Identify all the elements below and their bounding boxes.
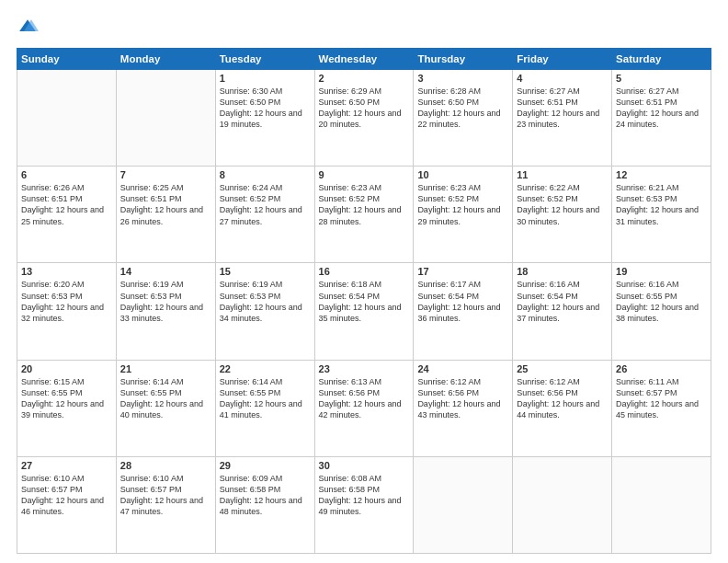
day-info: Sunrise: 6:15 AM Sunset: 6:55 PM Dayligh…: [21, 376, 112, 421]
calendar-cell: 20Sunrise: 6:15 AM Sunset: 6:55 PM Dayli…: [17, 360, 117, 456]
day-info: Sunrise: 6:11 AM Sunset: 6:57 PM Dayligh…: [616, 376, 707, 421]
day-number: 10: [417, 169, 508, 180]
day-number: 5: [616, 73, 707, 84]
day-number: 26: [616, 363, 707, 374]
calendar-cell: 24Sunrise: 6:12 AM Sunset: 6:56 PM Dayli…: [414, 360, 513, 456]
calendar-cell: 22Sunrise: 6:14 AM Sunset: 6:55 PM Dayli…: [215, 360, 314, 456]
day-number: 28: [120, 460, 211, 471]
calendar-cell: 27Sunrise: 6:10 AM Sunset: 6:57 PM Dayli…: [17, 456, 117, 553]
calendar-cell: 10Sunrise: 6:23 AM Sunset: 6:52 PM Dayli…: [414, 167, 513, 263]
calendar-cell: 26Sunrise: 6:11 AM Sunset: 6:57 PM Dayli…: [612, 360, 711, 456]
day-number: 14: [120, 266, 211, 277]
page: SundayMondayTuesdayWednesdayThursdayFrid…: [0, 0, 728, 563]
day-info: Sunrise: 6:10 AM Sunset: 6:57 PM Dayligh…: [120, 473, 211, 518]
day-info: Sunrise: 6:16 AM Sunset: 6:55 PM Dayligh…: [616, 279, 707, 324]
calendar-cell: 1Sunrise: 6:30 AM Sunset: 6:50 PM Daylig…: [215, 70, 314, 167]
logo: [17, 17, 42, 39]
day-info: Sunrise: 6:19 AM Sunset: 6:53 PM Dayligh…: [220, 279, 311, 324]
calendar-cell: [116, 70, 215, 167]
day-info: Sunrise: 6:22 AM Sunset: 6:52 PM Dayligh…: [517, 182, 608, 227]
calendar-cell: [612, 456, 711, 553]
calendar-week-3: 13Sunrise: 6:20 AM Sunset: 6:53 PM Dayli…: [17, 263, 711, 360]
calendar-cell: 28Sunrise: 6:10 AM Sunset: 6:57 PM Dayli…: [116, 456, 215, 553]
day-info: Sunrise: 6:25 AM Sunset: 6:51 PM Dayligh…: [120, 182, 211, 227]
day-info: Sunrise: 6:27 AM Sunset: 6:51 PM Dayligh…: [517, 86, 608, 131]
calendar-cell: 29Sunrise: 6:09 AM Sunset: 6:58 PM Dayli…: [215, 456, 314, 553]
day-number: 1: [220, 73, 311, 84]
day-info: Sunrise: 6:14 AM Sunset: 6:55 PM Dayligh…: [120, 376, 211, 421]
day-info: Sunrise: 6:17 AM Sunset: 6:54 PM Dayligh…: [417, 279, 508, 324]
calendar-cell: 16Sunrise: 6:18 AM Sunset: 6:54 PM Dayli…: [314, 263, 414, 360]
day-header-sunday: Sunday: [17, 49, 117, 70]
day-info: Sunrise: 6:09 AM Sunset: 6:58 PM Dayligh…: [220, 473, 311, 518]
day-number: 2: [319, 73, 410, 84]
calendar-cell: 23Sunrise: 6:13 AM Sunset: 6:56 PM Dayli…: [314, 360, 414, 456]
day-info: Sunrise: 6:19 AM Sunset: 6:53 PM Dayligh…: [120, 279, 211, 324]
day-number: 24: [417, 363, 508, 374]
day-info: Sunrise: 6:08 AM Sunset: 6:58 PM Dayligh…: [319, 473, 410, 518]
calendar-cell: 13Sunrise: 6:20 AM Sunset: 6:53 PM Dayli…: [17, 263, 117, 360]
day-number: 3: [417, 73, 508, 84]
day-number: 13: [21, 266, 112, 277]
day-number: 19: [616, 266, 707, 277]
day-number: 21: [120, 363, 211, 374]
calendar-cell: 12Sunrise: 6:21 AM Sunset: 6:53 PM Dayli…: [612, 167, 711, 263]
calendar-cell: 17Sunrise: 6:17 AM Sunset: 6:54 PM Dayli…: [414, 263, 513, 360]
day-number: 17: [417, 266, 508, 277]
day-header-friday: Friday: [513, 49, 612, 70]
calendar-week-1: 1Sunrise: 6:30 AM Sunset: 6:50 PM Daylig…: [17, 70, 711, 167]
day-number: 12: [616, 169, 707, 180]
calendar-cell: 21Sunrise: 6:14 AM Sunset: 6:55 PM Dayli…: [116, 360, 215, 456]
calendar-cell: 7Sunrise: 6:25 AM Sunset: 6:51 PM Daylig…: [116, 167, 215, 263]
day-header-tuesday: Tuesday: [215, 49, 314, 70]
day-number: 18: [517, 266, 608, 277]
calendar: SundayMondayTuesdayWednesdayThursdayFrid…: [17, 48, 711, 554]
day-info: Sunrise: 6:20 AM Sunset: 6:53 PM Dayligh…: [21, 279, 112, 324]
day-info: Sunrise: 6:16 AM Sunset: 6:54 PM Dayligh…: [517, 279, 608, 324]
calendar-cell: 15Sunrise: 6:19 AM Sunset: 6:53 PM Dayli…: [215, 263, 314, 360]
header: [17, 17, 711, 39]
calendar-cell: 5Sunrise: 6:27 AM Sunset: 6:51 PM Daylig…: [612, 70, 711, 167]
day-header-monday: Monday: [116, 49, 215, 70]
calendar-cell: 9Sunrise: 6:23 AM Sunset: 6:52 PM Daylig…: [314, 167, 414, 263]
calendar-cell: 11Sunrise: 6:22 AM Sunset: 6:52 PM Dayli…: [513, 167, 612, 263]
day-info: Sunrise: 6:23 AM Sunset: 6:52 PM Dayligh…: [319, 182, 410, 227]
day-number: 27: [21, 460, 112, 471]
day-info: Sunrise: 6:26 AM Sunset: 6:51 PM Dayligh…: [21, 182, 112, 227]
calendar-cell: [17, 70, 117, 167]
day-header-thursday: Thursday: [414, 49, 513, 70]
calendar-week-4: 20Sunrise: 6:15 AM Sunset: 6:55 PM Dayli…: [17, 360, 711, 456]
day-info: Sunrise: 6:29 AM Sunset: 6:50 PM Dayligh…: [319, 86, 410, 131]
day-number: 16: [319, 266, 410, 277]
calendar-cell: 14Sunrise: 6:19 AM Sunset: 6:53 PM Dayli…: [116, 263, 215, 360]
day-info: Sunrise: 6:27 AM Sunset: 6:51 PM Dayligh…: [616, 86, 707, 131]
day-number: 15: [220, 266, 311, 277]
day-info: Sunrise: 6:28 AM Sunset: 6:50 PM Dayligh…: [417, 86, 508, 131]
calendar-cell: 19Sunrise: 6:16 AM Sunset: 6:55 PM Dayli…: [612, 263, 711, 360]
day-number: 20: [21, 363, 112, 374]
day-info: Sunrise: 6:23 AM Sunset: 6:52 PM Dayligh…: [417, 182, 508, 227]
day-info: Sunrise: 6:12 AM Sunset: 6:56 PM Dayligh…: [517, 376, 608, 421]
calendar-cell: 2Sunrise: 6:29 AM Sunset: 6:50 PM Daylig…: [314, 70, 414, 167]
day-number: 22: [220, 363, 311, 374]
day-header-saturday: Saturday: [612, 49, 711, 70]
calendar-week-2: 6Sunrise: 6:26 AM Sunset: 6:51 PM Daylig…: [17, 167, 711, 263]
day-info: Sunrise: 6:30 AM Sunset: 6:50 PM Dayligh…: [220, 86, 311, 131]
day-number: 30: [319, 460, 410, 471]
calendar-cell: 30Sunrise: 6:08 AM Sunset: 6:58 PM Dayli…: [314, 456, 414, 553]
day-info: Sunrise: 6:24 AM Sunset: 6:52 PM Dayligh…: [220, 182, 311, 227]
calendar-cell: 4Sunrise: 6:27 AM Sunset: 6:51 PM Daylig…: [513, 70, 612, 167]
day-info: Sunrise: 6:10 AM Sunset: 6:57 PM Dayligh…: [21, 473, 112, 518]
calendar-cell: [513, 456, 612, 553]
day-info: Sunrise: 6:18 AM Sunset: 6:54 PM Dayligh…: [319, 279, 410, 324]
day-number: 29: [220, 460, 311, 471]
day-number: 7: [120, 169, 211, 180]
calendar-cell: [414, 456, 513, 553]
day-number: 25: [517, 363, 608, 374]
day-number: 23: [319, 363, 410, 374]
calendar-cell: 18Sunrise: 6:16 AM Sunset: 6:54 PM Dayli…: [513, 263, 612, 360]
day-info: Sunrise: 6:21 AM Sunset: 6:53 PM Dayligh…: [616, 182, 707, 227]
day-info: Sunrise: 6:13 AM Sunset: 6:56 PM Dayligh…: [319, 376, 410, 421]
day-info: Sunrise: 6:12 AM Sunset: 6:56 PM Dayligh…: [417, 376, 508, 421]
calendar-cell: 3Sunrise: 6:28 AM Sunset: 6:50 PM Daylig…: [414, 70, 513, 167]
